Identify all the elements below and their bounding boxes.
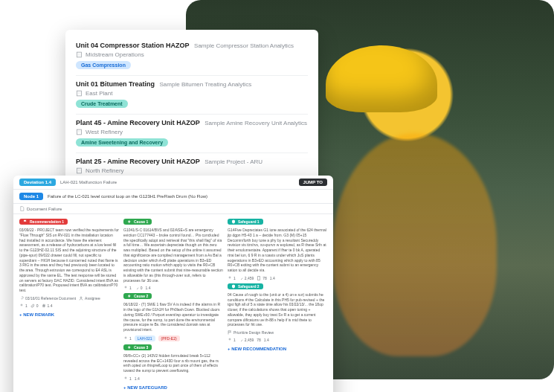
safeguard-text: G14Five Depreciates G1 ione associated o… (228, 228, 327, 273)
meta-id: 1.4 (135, 376, 140, 381)
link-icon (19, 296, 24, 301)
document-link[interactable]: Document Failure (13, 204, 333, 214)
jump-to-button[interactable]: JUMP TO (299, 179, 327, 186)
project-row[interactable]: Unit 01 Bitumen Treating Sample Bitumen … (76, 76, 308, 115)
paperclip-icon (135, 286, 139, 290)
facility-label: West Refinery (86, 129, 123, 135)
project-subtitle: Sample Bitumen Treating Analytics (160, 81, 252, 88)
project-facility: West Refinery (76, 129, 308, 135)
svg-point-9 (229, 277, 231, 278)
cause-badge: Cause 1 (123, 219, 152, 225)
project-title: Plant 45 - Amine Recovery Unit HAZOP (76, 119, 200, 126)
meta-files: 2,459 (245, 338, 254, 342)
project-facility: Midstream Operations (76, 51, 308, 58)
svg-rect-2 (77, 129, 82, 135)
recommendation-badge: Recommendation 1 (19, 219, 68, 225)
safeguard-badge: Safeguard 1 (228, 219, 263, 225)
shield-icon (231, 284, 236, 289)
meta-user: 1 (129, 336, 132, 341)
drawing-tag[interactable]: (PFD-E2) (158, 335, 180, 341)
project-tag: Crude Treatment (76, 100, 128, 108)
assignee-chip[interactable]: Assignee (79, 296, 100, 301)
svg-rect-0 (77, 52, 82, 57)
svg-point-11 (229, 338, 231, 340)
meta-id: 1.4 (264, 338, 269, 342)
meta-row: 1 2,459 78 1.4 (228, 276, 327, 280)
breadcrumb-bar: Deviation 1.4 LAH-021 Malfunction Failur… (13, 176, 333, 190)
reference-row: 03/16/01 Reference Document Assignee (19, 296, 119, 301)
reference-label: 03/16/01 Reference Document (25, 296, 76, 301)
node-description: Failure of the LC-021 level control loop… (48, 194, 207, 199)
meta-row: 1 0 1.4 (19, 303, 119, 308)
user-icon (79, 296, 83, 301)
meta-row: 1 LAH-021 (PFD-E2) (123, 335, 223, 341)
person-icon (228, 276, 232, 280)
instrument-tag[interactable]: LAH-021 (135, 335, 155, 341)
building-icon (76, 51, 83, 58)
person-icon (123, 286, 128, 290)
bolt-icon (127, 219, 132, 224)
recommendation-text: 03/09/22 - PROJECT team now verified the… (19, 228, 119, 293)
meta-files: 0 (141, 286, 143, 290)
meta-count: 78 (262, 276, 267, 280)
cause-text: G1041/S-C 01614/BVS and 02/ASE+S are eme… (123, 228, 223, 283)
recommendations-column: Recommendation 1 03/09/22 - PROJECT team… (19, 219, 119, 390)
reference-doc[interactable]: 03/16/01 Reference Document (19, 296, 76, 301)
cause-badge: Cause 3 (123, 344, 152, 350)
person-icon (19, 303, 24, 308)
new-recommendation-button[interactable]: + NEW RECOMMENDATION (228, 347, 327, 351)
project-title: Unit 01 Bitumen Treating (76, 80, 155, 88)
meta-files: 2,459 (245, 276, 254, 280)
svg-rect-10 (258, 277, 261, 280)
badge-label: Safeguard 1 (238, 219, 260, 224)
facility-label: East Plant (86, 90, 112, 97)
meta-id: 1.4 (48, 303, 53, 308)
project-subtitle: Sample Compressor Station Analytics (194, 42, 294, 49)
meta-id: 1.4 (270, 276, 275, 280)
priority-label: Prioritize Design Review (233, 330, 274, 335)
new-safeguard-button[interactable]: + NEW SAFEGUARD (123, 385, 223, 390)
node-chip[interactable]: Node 1 (19, 193, 43, 200)
shield-icon (231, 219, 236, 224)
building-icon (76, 129, 83, 135)
svg-rect-1 (77, 91, 82, 96)
flag-icon (228, 330, 232, 335)
badge-label: Cause 3 (134, 345, 148, 350)
project-tag: Gas Compression (76, 61, 131, 69)
document-icon (19, 206, 25, 211)
svg-point-6 (125, 286, 126, 288)
hash-icon (42, 303, 46, 308)
safeguards-column: Safeguard 1 G14Five Depreciates G1 ione … (228, 219, 327, 390)
meta-row: 1 0 1.4 (123, 286, 223, 290)
badge-label: Safeguard 2 (238, 284, 260, 289)
analysis-grid: Recommendation 1 03/09/22 - PROJECT team… (13, 214, 333, 392)
svg-rect-3 (77, 168, 82, 173)
facility-label: North Refinery (86, 167, 124, 174)
safeguard-text: 04 Cause of rough to the (unit or a 4) o… (228, 292, 327, 327)
bolt-icon (127, 294, 132, 298)
cause-badge: Cause 2 (123, 293, 152, 299)
project-subtitle: Sample Project - ARU (204, 158, 262, 165)
meta-user: 1 (129, 376, 132, 381)
project-row[interactable]: Unit 04 Compressor Station HAZOP Sample … (76, 37, 308, 76)
meta-user: 1 (233, 338, 236, 342)
project-subtitle: Sample Amine Recovery Unit Analytics (204, 120, 307, 126)
causes-column: Cause 1 G1041/S-C 01614/BVS and 02/ASE+S… (123, 219, 223, 390)
deviation-chip[interactable]: Deviation 1.4 (19, 179, 56, 186)
svg-point-8 (125, 377, 126, 379)
facility-label: Midstream Operations (86, 51, 144, 58)
project-row[interactable]: Plant 45 - Amine Recovery Unit HAZOP Sam… (76, 115, 308, 153)
svg-point-7 (125, 337, 126, 338)
meta-user: 1 (233, 276, 236, 280)
priority-chip[interactable]: Prioritize Design Review (228, 330, 274, 335)
building-icon (76, 167, 83, 174)
document-link-label: Document Failure (27, 207, 62, 211)
meta-id: 1.4 (146, 286, 151, 290)
new-remark-button[interactable]: + NEW REMARK (19, 312, 119, 317)
project-title: Plant 25 - Amine Recovery Unit HAZOP (76, 158, 200, 165)
meta-files: 0 (36, 303, 39, 308)
svg-point-5 (21, 304, 22, 306)
person-icon (228, 338, 232, 342)
analyzer-card: Deviation 1.4 LAH-021 Malfunction Failur… (13, 176, 333, 392)
paperclip-icon (30, 303, 35, 308)
